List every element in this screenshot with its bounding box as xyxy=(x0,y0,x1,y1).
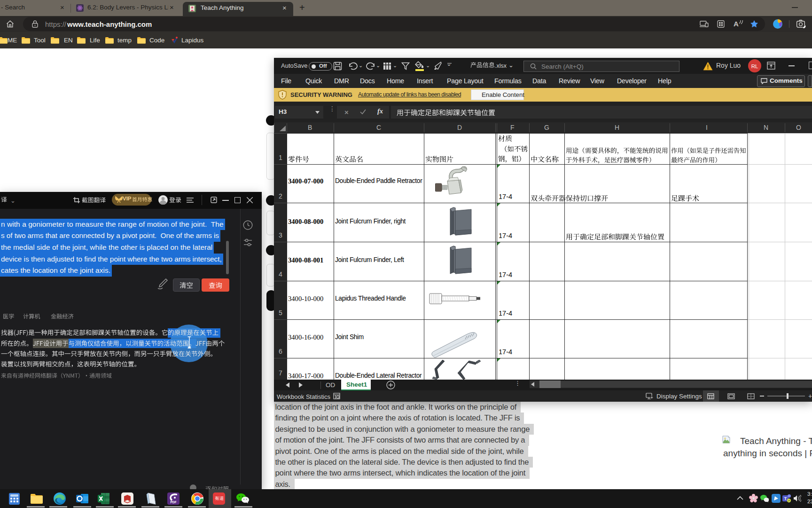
svg-text:RL: RL xyxy=(751,64,758,69)
svg-text:T: T xyxy=(784,496,787,501)
svg-text:PDF: PDF xyxy=(171,500,177,504)
